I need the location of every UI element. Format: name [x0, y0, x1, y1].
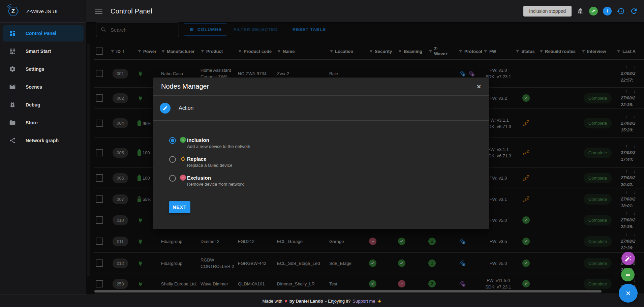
next-button[interactable]: NEXT [169, 201, 190, 213]
sidebar-item-label: Network graph [26, 138, 59, 143]
option-description: Remove device from network [187, 182, 244, 187]
gear-icon [8, 65, 17, 73]
pencil-icon [160, 103, 171, 114]
page-title: Control Panel [111, 7, 152, 15]
option-label: Inclusion [187, 137, 209, 143]
plus-icon: + [180, 137, 186, 143]
radio-replace[interactable] [169, 156, 176, 163]
sidebar-item-smart-start[interactable]: Smart Start [3, 43, 84, 59]
qr-code-icon [8, 47, 17, 55]
bell-badge: z [579, 10, 582, 13]
option-exclusion[interactable]: −ExclusionRemove device from network [169, 175, 489, 189]
footer-question: - Enjoying it? [325, 299, 350, 304]
option-replace[interactable]: ReplaceReplace a failed device [169, 156, 489, 170]
option-label: Exclusion [187, 175, 211, 181]
sidebar-item-store[interactable]: Store [3, 115, 84, 131]
dashboard-icon [8, 29, 17, 37]
sidebar-item-scenes[interactable]: Scenes [3, 79, 84, 95]
footer: Made with ♥ by Daniel Lando - Enjoying i… [0, 295, 644, 307]
sidebar-item-label: Debug [26, 102, 40, 108]
sidebar-item-label: Control Panel [26, 31, 56, 36]
sidebar-item-network-graph[interactable]: Network graph [3, 132, 84, 149]
close-icon[interactable]: × [477, 83, 481, 91]
svg-text:Z: Z [11, 8, 15, 14]
info-icon[interactable]: i [603, 7, 612, 16]
pray-hands-icon [377, 299, 381, 303]
minus-icon: − [180, 175, 186, 181]
support-me-link[interactable]: Support me [352, 299, 375, 304]
sidebar-item-settings[interactable]: Settings [3, 61, 84, 77]
dialog-title: Nodes Manager [161, 83, 209, 90]
step-label: Action [179, 105, 193, 111]
menu-hamburger-icon[interactable] [95, 7, 102, 15]
nodes-manager-dialog: Nodes Manager × Action +InclusionAdd a n… [153, 78, 489, 229]
option-description: Replace a failed device [187, 163, 232, 168]
brand: Z Z-Wave JS UI [0, 0, 86, 23]
swap-icon[interactable] [589, 7, 598, 16]
option-label: Replace [187, 156, 207, 162]
close-fab[interactable]: × [619, 284, 638, 303]
radio-inclusion[interactable] [169, 137, 176, 144]
stepper-action: Action [153, 96, 489, 121]
share-icon [8, 136, 17, 145]
sidebar-item-control-panel[interactable]: Control Panel [3, 25, 84, 41]
sidebar-item-label: Settings [26, 66, 44, 72]
app-bar: Control Panel Inclusion stopped z i [86, 0, 644, 22]
bell-icon[interactable]: z [577, 7, 584, 15]
option-inclusion[interactable]: +InclusionAdd a new device to the networ… [169, 137, 489, 151]
brand-label: Z-Wave JS UI [26, 8, 58, 14]
radio-exclusion[interactable] [169, 175, 176, 182]
sidebar: Z Z-Wave JS UI Control PanelSmart StartS… [0, 0, 86, 307]
sidebar-item-label: Store [26, 120, 38, 125]
folder-icon [8, 119, 17, 127]
sidebar-item-label: Scenes [26, 84, 42, 90]
inclusion-status-chip[interactable]: Inclusion stopped [523, 6, 572, 17]
footer-author: by Daniel Lando [289, 299, 323, 304]
zwave-logo-icon: Z [6, 4, 20, 18]
sidebar-item-debug[interactable]: Debug [3, 97, 84, 113]
option-description: Add a new device to the network [187, 144, 250, 149]
magic-wand-fab[interactable] [621, 252, 635, 265]
autorenew-icon [180, 156, 186, 162]
footer-text: Made with [263, 299, 282, 304]
infinity-fab[interactable]: ∞ [621, 268, 635, 281]
heart-icon: ♥ [284, 298, 287, 304]
movie-icon [8, 83, 17, 91]
bug-icon [8, 101, 17, 109]
sidebar-nav: Control PanelSmart StartSettingsScenesDe… [0, 23, 86, 149]
refresh-icon[interactable] [630, 7, 638, 15]
history-icon[interactable] [617, 7, 625, 15]
sidebar-item-label: Smart Start [26, 49, 51, 54]
